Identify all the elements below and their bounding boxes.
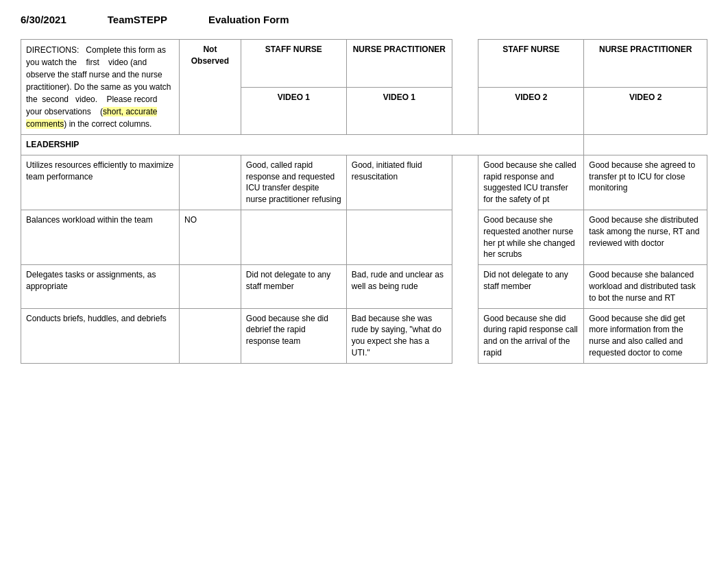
sn2-cell: Good because she called rapid response a… (478, 155, 584, 210)
directions-text-before: DIRECTIONS: Complete this form as you wa… (26, 45, 171, 129)
staff-nurse-1-header: STAFF NURSE (241, 40, 346, 88)
np2-cell: Good because she did get more informatio… (584, 308, 707, 363)
video1-sn-label: VIDEO 1 (241, 87, 346, 135)
header-org: TeamSTEPP (108, 14, 167, 25)
header-date: 6/30/2021 (21, 14, 66, 25)
np2-cell: Good because she agreed to transfer pt t… (584, 155, 707, 210)
not-observed-cell (180, 308, 241, 363)
sn1-cell: Good because she did debrief the rapid r… (241, 308, 346, 363)
table-row: Balances workload within the teamNOGood … (21, 210, 707, 264)
criteria-cell: Conducts briefs, huddles, and debriefs (21, 308, 180, 363)
sn1-cell (241, 210, 346, 264)
np1-cell: Good, initiated fluid resuscitation (346, 155, 452, 210)
np2-cell: Good because she distributed task among … (584, 210, 707, 264)
not-observed-header: Not Observed (180, 40, 241, 135)
highlight-text: short, accurate comments (26, 107, 157, 129)
header-title: Evaluation Form (208, 14, 289, 25)
video1-np-label: VIDEO 1 (346, 87, 452, 135)
section-header: LEADERSHIP (21, 135, 584, 155)
table-row: Utilizes resources efficiently to maximi… (21, 155, 707, 210)
np1-cell: Bad, rude and unclear as well as being r… (346, 265, 452, 308)
video2-sn-label: VIDEO 2 (478, 87, 584, 135)
nurse-practitioner-1-header: NURSE PRACTITIONER (346, 40, 452, 88)
sn1-cell: Did not delegate to any staff member (241, 265, 346, 308)
criteria-cell: Balances workload within the team (21, 210, 180, 264)
nurse-practitioner-2-header: NURSE PRACTITIONER (584, 40, 707, 88)
np1-cell: Bad because she was rude by saying, "wha… (346, 308, 452, 363)
criteria-cell: Utilizes resources efficiently to maximi… (21, 155, 180, 210)
video2-np-label: VIDEO 2 (584, 87, 707, 135)
sn1-cell: Good, called rapid response and requeste… (241, 155, 346, 210)
not-observed-cell: NO (180, 210, 241, 264)
table-row: Delegates tasks or assignments, as appro… (21, 265, 707, 308)
np1-cell (346, 210, 452, 264)
not-observed-cell (180, 155, 241, 210)
staff-nurse-2-header: STAFF NURSE (478, 40, 584, 88)
sn2-cell: Good because she did during rapid respon… (478, 308, 584, 363)
sn2-cell: Did not delegate to any staff member (478, 265, 584, 308)
table-row: Conducts briefs, huddles, and debriefsGo… (21, 308, 707, 363)
directions-cell: DIRECTIONS: Complete this form as you wa… (21, 40, 180, 135)
sn2-cell: Good because she requested another nurse… (478, 210, 584, 264)
criteria-cell: Delegates tasks or assignments, as appro… (21, 265, 180, 308)
evaluation-table: DIRECTIONS: Complete this form as you wa… (21, 39, 707, 364)
not-observed-cell (180, 265, 241, 308)
np2-cell: Good because she balanced workload and d… (584, 265, 707, 308)
